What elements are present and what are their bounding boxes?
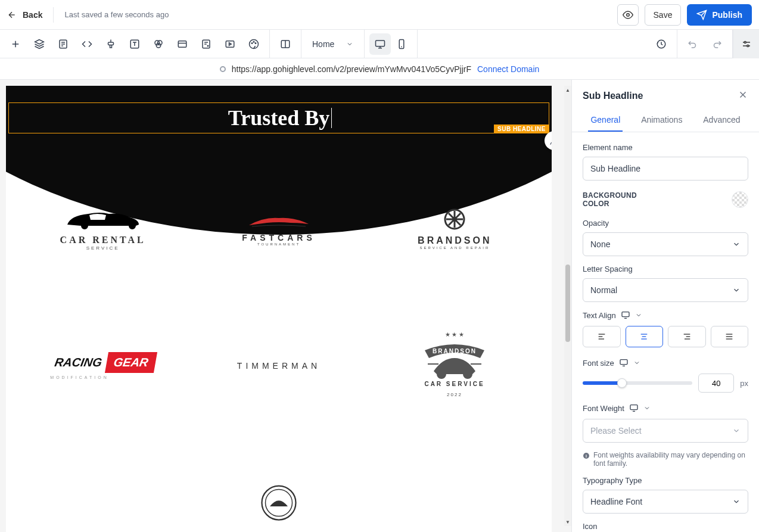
- sections-button[interactable]: [52, 33, 74, 55]
- text-align-label: Text Align: [583, 310, 748, 320]
- font-size-input[interactable]: [698, 374, 734, 393]
- logo-fastcars[interactable]: FASTCARS TOURNAMENT: [200, 202, 357, 256]
- redo-icon: [711, 39, 722, 49]
- svg-point-0: [626, 13, 629, 16]
- redo-button[interactable]: [706, 33, 727, 55]
- chevron-down-icon: [732, 286, 741, 294]
- svg-rect-17: [226, 41, 234, 47]
- mobile-view-button[interactable]: [391, 33, 412, 55]
- status-dot-icon: [220, 66, 226, 72]
- svg-rect-52: [622, 312, 629, 317]
- add-element-button[interactable]: [5, 33, 26, 55]
- typography-select[interactable]: Headline Font: [583, 490, 748, 514]
- element-type-badge: SUB HEADLINE: [494, 125, 549, 133]
- layers-button[interactable]: [29, 33, 50, 55]
- paint-button[interactable]: [100, 33, 122, 55]
- svg-text:i: i: [586, 454, 587, 458]
- media-button[interactable]: [219, 33, 241, 55]
- form-button[interactable]: [195, 33, 217, 55]
- panel-title: Sub Headline: [583, 91, 643, 101]
- chevron-down-icon: [732, 497, 741, 506]
- logo-racing-gear[interactable]: RACING GEAR MODIFICATION: [24, 339, 182, 393]
- monitor-icon: [375, 39, 385, 49]
- paintbrush-icon: [105, 39, 116, 49]
- logo-placeholder-9[interactable]: [376, 476, 534, 530]
- panel-tabs: General Animations Advanced: [572, 109, 759, 132]
- chevron-down-icon: [732, 427, 741, 435]
- send-icon: [696, 10, 707, 20]
- undo-icon: [688, 39, 698, 49]
- page-selector[interactable]: Home: [301, 30, 365, 58]
- close-icon: [738, 89, 748, 100]
- layout-button[interactable]: [172, 33, 193, 55]
- toolbar: Home: [0, 30, 759, 58]
- align-center-button[interactable]: [626, 326, 664, 347]
- logo-brandson-service[interactable]: ★ ★ ★ BRANDSON CAR SERVICE 2022: [376, 339, 534, 393]
- font-size-unit: px: [740, 379, 748, 388]
- save-button[interactable]: Save: [645, 4, 682, 26]
- headline-text[interactable]: Trusted By: [228, 105, 329, 130]
- canvas-scrollbar[interactable]: ▲ ▼: [564, 86, 571, 526]
- logo-car-rental[interactable]: CAR RENTAL SERVICE: [24, 202, 182, 256]
- svg-text:BRANDSON: BRANDSON: [433, 348, 477, 354]
- desktop-view-button[interactable]: [369, 33, 391, 55]
- align-justify-button[interactable]: [711, 326, 749, 347]
- align-left-button[interactable]: [583, 326, 621, 347]
- align-right-icon: [682, 332, 692, 341]
- theme-button[interactable]: [243, 33, 265, 55]
- font-weight-label: Font Weight: [583, 403, 748, 413]
- letter-spacing-label: Letter Spacing: [583, 265, 748, 273]
- settings-button[interactable]: [733, 30, 759, 58]
- history-button[interactable]: [651, 33, 672, 55]
- font-weight-select[interactable]: Please Select: [583, 419, 748, 443]
- svg-point-16: [207, 45, 209, 46]
- top-bar: Back Last saved a few seconds ago Save P…: [0, 0, 759, 30]
- panel-close-button[interactable]: [738, 89, 748, 102]
- scroll-down-icon: ▼: [564, 518, 571, 526]
- page-canvas[interactable]: Trusted By SUB HEADLINE CAR RENTAL SERVI…: [6, 86, 552, 532]
- form-icon: [201, 39, 211, 49]
- undo-button[interactable]: [682, 33, 704, 55]
- chevron-down-icon: [635, 312, 642, 319]
- svg-rect-6: [108, 42, 114, 45]
- publish-button[interactable]: Publish: [687, 4, 752, 26]
- sub-headline-element[interactable]: Trusted By SUB HEADLINE: [8, 102, 549, 133]
- tab-animations[interactable]: Animations: [639, 109, 685, 132]
- back-button[interactable]: Back: [7, 10, 42, 20]
- slider-thumb[interactable]: [617, 378, 627, 388]
- color-button[interactable]: [148, 33, 169, 55]
- tab-general[interactable]: General: [588, 109, 623, 132]
- font-size-slider[interactable]: [583, 381, 692, 385]
- car-badge-icon: ★ ★ ★ BRANDSON CAR SERVICE 2022: [416, 329, 493, 401]
- align-right-button[interactable]: [668, 326, 706, 347]
- bg-color-swatch[interactable]: [732, 191, 748, 208]
- logo-sports-badge[interactable]: [200, 476, 357, 530]
- wheel-icon: [444, 209, 465, 230]
- columns-button[interactable]: [275, 33, 296, 55]
- letter-spacing-select[interactable]: Normal: [583, 278, 748, 302]
- tab-advanced[interactable]: Advanced: [701, 109, 742, 132]
- text-button[interactable]: [124, 33, 145, 55]
- connect-domain-link[interactable]: Connect Domain: [477, 64, 539, 74]
- bg-color-label: BACKGROUNDCOLOR: [583, 191, 637, 208]
- svg-rect-68: [630, 405, 637, 410]
- text-icon: [129, 39, 140, 49]
- code-button[interactable]: [76, 33, 98, 55]
- element-name-input[interactable]: [583, 157, 748, 181]
- svg-marker-18: [229, 42, 232, 45]
- plus-icon: [10, 39, 21, 49]
- logo-brandson[interactable]: BRANDSON SERVICE AND REPAIR: [376, 202, 534, 256]
- sportscar-icon: [243, 212, 315, 230]
- element-name-label: Element name: [583, 143, 748, 152]
- logo-placeholder-7[interactable]: [24, 476, 182, 530]
- scrollbar-thumb[interactable]: [565, 265, 570, 342]
- typography-label: Typography Type: [583, 476, 748, 485]
- scroll-up-icon: ▲: [564, 86, 571, 94]
- code-icon: [82, 39, 92, 49]
- smartphone-icon: [396, 39, 407, 49]
- logo-timmerman[interactable]: TIMMERMAN: [200, 339, 357, 393]
- clock-icon: [656, 39, 667, 49]
- chevron-down-icon: [732, 240, 741, 248]
- preview-button[interactable]: [617, 4, 639, 26]
- opacity-select[interactable]: None: [583, 232, 748, 256]
